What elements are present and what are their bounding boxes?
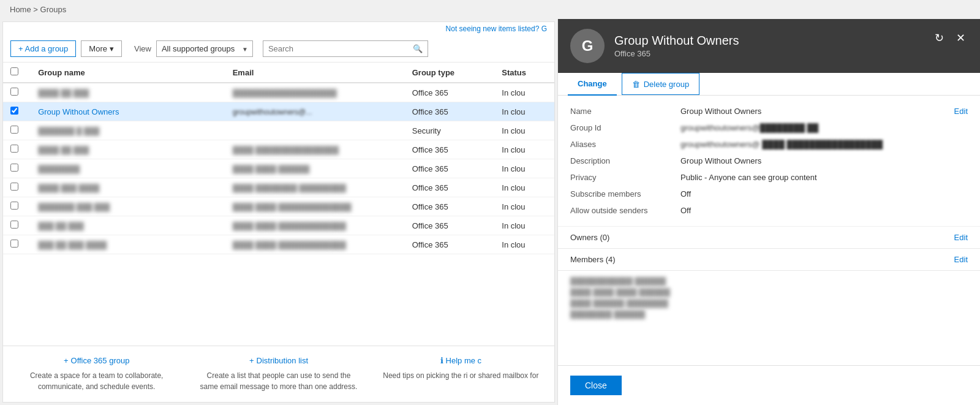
detail-row: Group Idgroupwithoutowners@████████ ██ [570,119,968,136]
row-group-type: Office 365 [405,140,495,159]
row-group-type: Office 365 [405,159,495,178]
tab-change[interactable]: Change [568,73,617,96]
row-status: In clou [494,159,554,178]
row-checkbox[interactable] [10,88,18,96]
owners-edit-link[interactable]: Edit [947,233,968,242]
close-button[interactable]: Close [570,376,622,395]
row-checkbox[interactable] [10,145,18,153]
members-list: ████████████ ██████ ████ ████ ████ █████… [558,271,980,325]
delete-group-label: Delete group [644,80,689,89]
row-group-name: ███ ██ ███ ████ [31,235,225,254]
table-row[interactable]: ███████ █ ███SecurityIn clou [3,121,554,140]
header-checkbox-cell [3,62,31,83]
header-group-name: Group name [31,62,225,83]
groups-list-panel: Not seeing new items listed? G + Add a g… [2,21,555,403]
search-box: 🔍 [263,40,428,57]
detail-row: PrivacyPublic - Anyone can see group con… [570,169,968,186]
row-group-name: ████ ██ ███ [31,140,225,159]
refresh-button[interactable]: ↻ [932,29,946,47]
detail-label: Name [570,107,680,116]
members-edit-link[interactable]: Edit [947,255,968,264]
detail-value: groupwithoutowners@████████ ██ [680,123,968,132]
avatar: G [570,29,605,63]
detail-label: Allow outside senders [570,206,680,215]
search-input[interactable] [263,41,408,56]
row-group-name: Group Without Owners [31,102,225,121]
bottom-link-help: ℹ Help me c Need tips on picking the ri … [382,356,540,392]
row-email: ████ ████ ██████ [225,159,405,178]
more-button[interactable]: More ▾ [81,40,122,57]
panel-body: NameGroup Without OwnersEditGroup Idgrou… [558,96,980,365]
detail-label: Description [570,156,680,165]
panel-header: G Group Without Owners Office 365 ↻ ✕ [558,19,980,73]
table-row[interactable]: Group Without Ownersgroupwithoutowners@.… [3,102,554,121]
row-group-name: ████████ [31,159,225,178]
bottom-links: + Office 365 group Create a space for a … [3,346,554,402]
table-row[interactable]: ████████████ ████ ██████Office 365In clo… [3,159,554,178]
row-checkbox[interactable] [10,126,18,134]
member-item: ████████████ ██████ [570,276,968,287]
close-panel-button[interactable]: ✕ [954,29,968,47]
toolbar: + Add a group More ▾ View All supported … [3,36,554,62]
detail-value: groupwithoutowners@ ████ ███████████████… [680,140,968,149]
bottom-link-distlist: + Distribution list Create a list that p… [200,356,357,392]
detail-value: Group Without Owners [680,107,947,116]
row-checkbox[interactable] [10,183,18,191]
office365-group-link[interactable]: + Office 365 group [18,356,175,365]
distlist-link[interactable]: + Distribution list [200,356,357,365]
row-checkbox[interactable] [10,202,18,210]
office365-group-label: Office 365 group [71,356,130,365]
table-row[interactable]: ████ ██ ███████████████████████Office 36… [3,83,554,102]
breadcrumb-home[interactable]: Home [10,5,31,14]
table-row[interactable]: ████ ██ ███████ ████████████████Office 3… [3,140,554,159]
row-group-type: Office 365 [405,235,495,254]
detail-value: Off [680,206,968,215]
owners-title: Owners (0) [570,233,609,242]
row-checkbox-cell [3,216,31,235]
table-row[interactable]: ███████ ███ ███████ ████ ██████████████O… [3,197,554,216]
table-row[interactable]: ███ ██ ███ ████████ ████ █████████████Of… [3,235,554,254]
breadcrumb-separator: > [33,5,40,14]
select-all-checkbox[interactable] [10,67,18,75]
detail-row: Allow outside sendersOff [570,202,968,219]
detail-edit-link[interactable]: Edit [947,107,968,116]
office365-group-desc: Create a space for a team to collaborate… [18,370,175,392]
row-checkbox[interactable] [10,240,18,248]
row-status: In clou [494,121,554,140]
delete-group-button[interactable]: 🗑 Delete group [622,73,699,95]
row-status: In clou [494,197,554,216]
trash-icon: 🗑 [632,80,640,89]
breadcrumb-current: Groups [40,5,67,14]
row-group-type: Office 365 [405,102,495,121]
member-item: ████████ ██████ [570,309,968,320]
row-checkbox[interactable] [10,107,18,115]
view-select-wrapper: All supported groups [156,40,253,57]
detail-value: Public - Anyone can see group content [680,173,968,182]
row-checkbox[interactable] [10,221,18,229]
plus-icon-distlist: + [249,356,254,365]
panel-title: Group Without Owners [614,34,968,48]
detail-value: Off [680,189,968,199]
bottom-link-office365: + Office 365 group Create a space for a … [18,356,175,392]
row-checkbox-cell [3,235,31,254]
row-group-name: ████ ██ ███ [31,83,225,102]
header-status: Status [494,62,554,83]
row-group-name: ███████ █ ███ [31,121,225,140]
help-link[interactable]: ℹ Help me c [382,356,540,365]
chevron-down-icon: ▾ [110,44,114,53]
add-group-button[interactable]: + Add a group [10,40,76,57]
row-checkbox[interactable] [10,164,18,172]
members-title: Members (4) [570,255,616,264]
table-row[interactable]: ████ ███ ████████ ████████ █████████Offi… [3,178,554,197]
group-table: Group name Email Group type Status ████ … [3,62,554,346]
row-status: In clou [494,216,554,235]
detail-label: Aliases [570,140,680,149]
panel-subtitle: Office 365 [614,49,968,58]
row-group-type: Office 365 [405,216,495,235]
detail-label: Privacy [570,173,680,182]
view-select[interactable]: All supported groups [156,40,253,57]
table-row[interactable]: ███ ██ ███████ ████ █████████████Office … [3,216,554,235]
row-checkbox-cell [3,197,31,216]
detail-label: Subscribe members [570,189,680,199]
not-seeing-link[interactable]: Not seeing new items listed? G [446,25,547,33]
